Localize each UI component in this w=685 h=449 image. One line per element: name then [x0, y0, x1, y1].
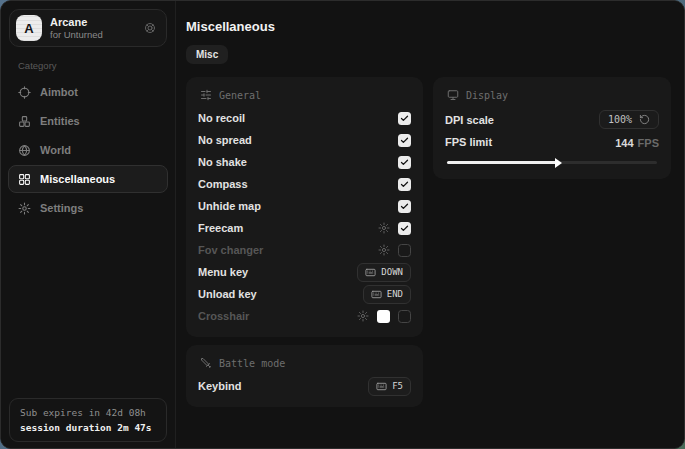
- dpi-scale-row: DPI scale 100%: [445, 107, 659, 132]
- setting-label: Compass: [198, 178, 248, 190]
- keybind-value: DOWN: [381, 267, 403, 277]
- row-controls: [357, 310, 411, 323]
- setting-row-fov-changer: Fov changer: [198, 239, 411, 261]
- reset-icon[interactable]: [639, 114, 650, 125]
- checkbox-checked[interactable]: [398, 134, 411, 147]
- row-controls: [398, 178, 411, 191]
- setting-row-no-recoil: No recoil: [198, 107, 411, 129]
- app-logo: A: [16, 15, 42, 41]
- setting-row-crosshair: Crosshair: [198, 305, 411, 327]
- battle-mode-panel: Battle mode KeybindF5: [186, 345, 423, 407]
- left-column: General No recoilNo spreadNo shakeCompas…: [186, 77, 423, 407]
- general-panel-header: General: [198, 86, 411, 107]
- keybind-badge[interactable]: F5: [368, 377, 411, 396]
- checkbox-checked[interactable]: [398, 178, 411, 191]
- general-panel: General No recoilNo spreadNo shakeCompas…: [186, 77, 423, 337]
- monitor-icon: [447, 89, 459, 101]
- right-column: Display DPI scale 100% FPS limit: [433, 77, 671, 179]
- sidebar-item-label: Miscellaneous: [40, 173, 115, 185]
- checkbox-checked[interactable]: [398, 200, 411, 213]
- setting-row-no-shake: No shake: [198, 151, 411, 173]
- support-icon[interactable]: [144, 22, 156, 34]
- keyboard-icon: [376, 381, 387, 392]
- setting-label: No recoil: [198, 112, 245, 124]
- brand-text: Arcane for Unturned: [50, 16, 103, 40]
- display-panel-header: Display: [445, 86, 659, 107]
- row-controls: [398, 156, 411, 169]
- tab-bar: Misc: [186, 45, 671, 64]
- setting-row-compass: Compass: [198, 173, 411, 195]
- keybind-value: END: [387, 289, 403, 299]
- battle-mode-rows: KeybindF5: [198, 375, 411, 397]
- sliders-icon: [200, 89, 212, 101]
- entities-icon: [18, 115, 31, 128]
- page-title: Miscellaneous: [186, 19, 671, 34]
- keyboard-icon: [365, 267, 376, 278]
- setting-row-keybind: KeybindF5: [198, 375, 411, 397]
- setting-row-unload-key: Unload keyEND: [198, 283, 411, 305]
- setting-label: Unload key: [198, 288, 257, 300]
- tab-misc[interactable]: Misc: [186, 45, 228, 64]
- setting-label: Fov changer: [198, 244, 263, 256]
- setting-row-menu-key: Menu keyDOWN: [198, 261, 411, 283]
- sidebar-item-settings[interactable]: Settings: [8, 194, 168, 222]
- sidebar-item-miscellaneous[interactable]: Miscellaneous: [8, 165, 168, 193]
- sidebar-item-aimbot[interactable]: Aimbot: [8, 78, 168, 106]
- keybind-badge[interactable]: END: [363, 285, 411, 304]
- sidebar-item-label: Aimbot: [40, 86, 78, 98]
- checkbox-checked[interactable]: [398, 156, 411, 169]
- setting-label: Menu key: [198, 266, 248, 278]
- grid-icon: [18, 173, 31, 186]
- dpi-scale-control[interactable]: 100%: [599, 110, 659, 129]
- gear-icon[interactable]: [378, 222, 390, 234]
- row-controls: [398, 112, 411, 125]
- fps-slider[interactable]: [447, 157, 657, 167]
- checkbox-checked[interactable]: [398, 112, 411, 125]
- arcane-window: A Arcane for Unturned Category AimbotEnt…: [0, 0, 685, 449]
- general-rows: No recoilNo spreadNo shakeCompassUnhide …: [198, 107, 411, 327]
- panel-columns: General No recoilNo spreadNo shakeCompas…: [186, 77, 671, 407]
- gear-icon[interactable]: [378, 244, 390, 256]
- gear-icon: [18, 202, 31, 215]
- sidebar-item-entities[interactable]: Entities: [8, 107, 168, 135]
- general-panel-title: General: [219, 90, 261, 101]
- app-subtitle: for Unturned: [50, 29, 103, 40]
- fps-unit: FPS: [638, 137, 659, 149]
- battle-mode-panel-header: Battle mode: [198, 354, 411, 375]
- category-nav: AimbotEntitiesWorldMiscellaneousSettings: [1, 78, 175, 222]
- category-label: Category: [18, 60, 175, 71]
- row-controls: [378, 244, 411, 257]
- checkbox-unchecked[interactable]: [398, 310, 411, 323]
- gear-icon[interactable]: [357, 310, 369, 322]
- crosshair-icon: [18, 86, 31, 99]
- slider-fill: [447, 161, 558, 164]
- setting-label: Keybind: [198, 380, 241, 392]
- row-controls: F5: [368, 377, 411, 396]
- sidebar-item-world[interactable]: World: [8, 136, 168, 164]
- session-duration-text: session duration 2m 47s: [20, 422, 156, 433]
- keyboard-icon: [371, 289, 382, 300]
- sidebar: A Arcane for Unturned Category AimbotEnt…: [1, 1, 176, 448]
- checkbox-checked[interactable]: [398, 222, 411, 235]
- desktop-backdrop: A Arcane for Unturned Category AimbotEnt…: [0, 0, 685, 449]
- brand-card[interactable]: A Arcane for Unturned: [9, 9, 167, 47]
- dpi-scale-label: DPI scale: [445, 114, 494, 126]
- keybind-badge[interactable]: DOWN: [357, 263, 411, 282]
- battle-mode-panel-title: Battle mode: [219, 358, 285, 369]
- row-controls: END: [363, 285, 411, 304]
- checkbox-unchecked[interactable]: [398, 244, 411, 257]
- sub-expiry-text: Sub expires in 42d 08h: [20, 407, 156, 418]
- slider-thumb[interactable]: [555, 158, 562, 168]
- setting-label: No shake: [198, 156, 247, 168]
- fps-limit-row: FPS limit 144FPS: [445, 132, 659, 152]
- row-controls: [378, 222, 411, 235]
- color-swatch[interactable]: [377, 310, 390, 323]
- setting-row-no-spread: No spread: [198, 129, 411, 151]
- row-controls: DOWN: [357, 263, 411, 282]
- dpi-scale-value: 100%: [608, 114, 632, 125]
- display-panel: Display DPI scale 100% FPS limit: [433, 77, 671, 179]
- keybind-value: F5: [392, 381, 403, 391]
- fps-limit-value: 144FPS: [615, 133, 659, 151]
- fps-number: 144: [615, 137, 633, 149]
- setting-label: No spread: [198, 134, 252, 146]
